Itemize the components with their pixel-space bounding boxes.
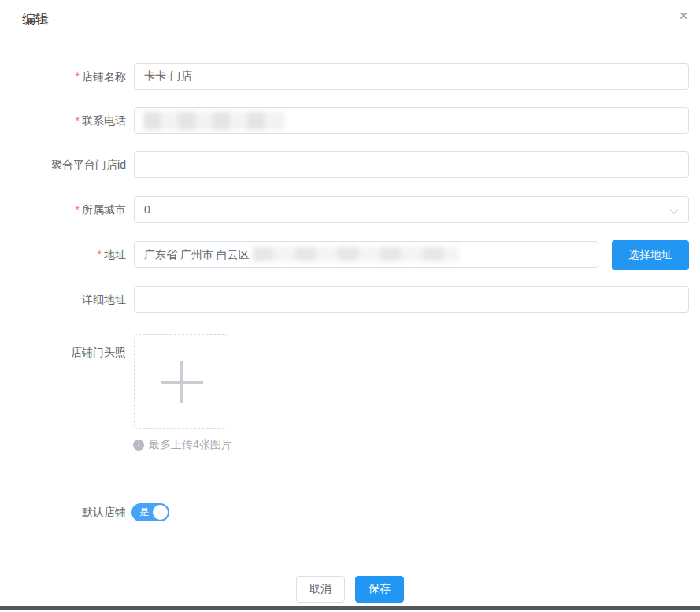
select-address-button[interactable]: 选择地址	[612, 240, 689, 270]
field-row-platform-id: 聚合平台门店id	[0, 151, 700, 178]
phone-label: *联系电话	[0, 107, 126, 134]
close-icon[interactable]: ×	[674, 6, 693, 25]
dialog-title: 编辑	[22, 10, 49, 28]
default-shop-label: 默认店铺	[0, 503, 126, 521]
info-icon: i	[133, 440, 144, 451]
field-row-city: *所属城市 0	[0, 196, 700, 223]
chevron-down-icon	[669, 205, 678, 213]
photo-hint-text: 最多上传4张图片	[149, 438, 232, 452]
edit-store-dialog: 编辑 × *店铺名称 *联系电话 聚合平台门店id *所属城市 0 *地址	[0, 0, 700, 612]
platform-id-input[interactable]	[134, 151, 689, 178]
default-shop-toggle[interactable]: 是	[131, 503, 169, 521]
toggle-knob	[153, 505, 168, 520]
detail-address-input[interactable]	[134, 286, 689, 313]
shop-name-input[interactable]	[134, 63, 689, 90]
required-mark: *	[76, 203, 80, 216]
shop-name-label: *店铺名称	[0, 63, 126, 90]
dialog-footer: 取消 保存	[0, 576, 700, 603]
photo-upload-button[interactable]	[134, 334, 228, 429]
detail-address-label: 详细地址	[0, 286, 126, 313]
city-label: *所属城市	[0, 196, 126, 223]
photo-label: 店铺门头照	[0, 344, 126, 360]
field-row-address: *地址 广东省 广州市 白云区	[0, 241, 700, 268]
photo-upload-hint: i 最多上传4张图片	[133, 438, 232, 452]
city-select-value: 0	[144, 203, 150, 216]
address-input[interactable]: 广东省 广州市 白云区	[134, 241, 598, 268]
field-row-photo: 店铺门头照	[0, 344, 700, 360]
window-bottom-edge	[0, 606, 700, 610]
field-row-phone: *联系电话	[0, 107, 700, 134]
phone-redacted-blur	[143, 112, 283, 130]
field-row-shop-name: *店铺名称	[0, 63, 700, 90]
platform-id-label: 聚合平台门店id	[0, 151, 126, 178]
cancel-button[interactable]: 取消	[296, 576, 345, 603]
required-mark: *	[98, 248, 102, 261]
address-redacted-blur	[253, 247, 459, 261]
field-row-default-shop: 默认店铺	[0, 503, 700, 521]
save-button[interactable]: 保存	[355, 576, 404, 603]
required-mark: *	[76, 70, 80, 83]
toggle-on-text: 是	[139, 503, 149, 521]
city-select[interactable]: 0	[134, 196, 689, 223]
plus-icon	[180, 361, 183, 403]
required-mark: *	[76, 114, 80, 127]
field-row-detail-address: 详细地址	[0, 286, 700, 313]
address-value: 广东省 广州市 白云区	[144, 248, 250, 261]
phone-input[interactable]	[134, 107, 689, 134]
address-label: *地址	[0, 241, 126, 268]
